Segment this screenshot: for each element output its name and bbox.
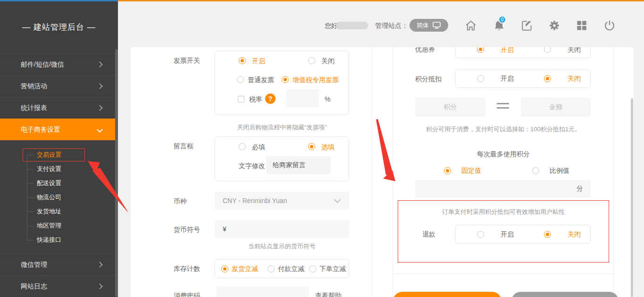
points-input[interactable]: 积分 (415, 98, 485, 117)
invoice-normal-radio[interactable] (237, 76, 244, 83)
deduct-on-radio[interactable] (477, 75, 484, 82)
deduct-on-label[interactable]: 开启 (501, 75, 514, 83)
message-text-input[interactable]: 给商家留言 (266, 156, 331, 174)
deduct-off-radio[interactable] (544, 75, 551, 82)
submenu-item-payment-settings[interactable]: 支付设置 (0, 162, 118, 176)
sidebar-item-wechat-management[interactable]: 微信管理 (0, 254, 118, 275)
tax-help-icon[interactable]: ? (265, 93, 276, 104)
submenu-item-transaction-settings[interactable]: 交易设置 (0, 148, 118, 162)
save-button[interactable] (393, 292, 502, 297)
stock-ship-radio[interactable] (221, 265, 228, 272)
monitor-icon (433, 22, 441, 29)
refund-off-label[interactable]: 关闭 (568, 230, 581, 239)
stock-pay-radio[interactable] (268, 265, 275, 272)
currency-label: 币种 (174, 197, 187, 206)
fixed-value-label[interactable]: 固定值 (461, 167, 481, 175)
language-site-button[interactable]: 简体 (410, 19, 448, 32)
invoice-vat-radio[interactable] (282, 76, 289, 83)
edit-icon[interactable] (521, 19, 533, 32)
deduct-off-label[interactable]: 关闭 (568, 75, 581, 83)
chevron-right-icon (97, 105, 103, 111)
refund-label: 退款 (422, 230, 435, 239)
fixed-value-radio[interactable] (444, 167, 451, 174)
sidebar-item-marketing[interactable]: 营销活动 (0, 75, 118, 97)
sidebar-item-label: 营销活动 (21, 82, 47, 91)
gear-icon[interactable] (548, 19, 560, 32)
column-divider-left (372, 47, 372, 297)
currency-value: CNY - Renminbi Yuan (223, 197, 287, 204)
stock-pay-label[interactable]: 付款立减 (278, 265, 304, 273)
password-help-link[interactable]: 查看帮助 (315, 292, 342, 297)
ratio-value-label[interactable]: 比例值 (550, 167, 569, 175)
sidebar-item-site-log[interactable]: 网站日志 (0, 275, 118, 297)
equals-icon (497, 103, 509, 104)
invoice-on-label[interactable]: 开启 (252, 57, 265, 66)
stock-count-label: 库存计数 (174, 265, 200, 273)
submenu-item-region-management[interactable]: 地区管理 (0, 219, 118, 233)
chevron-right-icon (97, 61, 103, 68)
max-points-title: 每次最多使用积分 (398, 150, 609, 159)
points-deduct-label: 积分抵扣 (415, 75, 442, 84)
sidebar-item-label: 邮件/短信/微信 (21, 60, 64, 69)
amount-input[interactable]: 金额 (521, 98, 591, 117)
tax-rate-checkbox[interactable] (238, 96, 244, 102)
tax-rate-input[interactable] (286, 89, 319, 107)
sidebar-item-mail-sms-wechat[interactable]: 邮件/短信/微信 (0, 53, 118, 75)
password-label: 消费密码 (174, 292, 200, 297)
tax-rate-label[interactable]: 税率 (249, 95, 262, 104)
invoice-off-radio[interactable] (308, 57, 315, 64)
message-optional-label[interactable]: 选填 (321, 143, 335, 152)
submenu-item-delivery-settings[interactable]: 配送设置 (0, 176, 118, 190)
percent-label: % (325, 95, 330, 103)
power-icon[interactable] (603, 19, 616, 32)
chevron-right-icon (97, 83, 103, 89)
equals-icon (497, 107, 509, 109)
cancel-button[interactable] (511, 292, 619, 297)
sidebar-item-label: 电子商务设置 (21, 126, 60, 134)
max-points-input[interactable]: 分 (415, 180, 591, 198)
refund-on-label[interactable]: 开启 (501, 230, 514, 239)
refund-on-radio[interactable] (477, 231, 484, 238)
message-optional-radio[interactable] (308, 143, 315, 150)
username-redacted (336, 22, 368, 29)
invoice-options-box: 开启 关闭 普通发票 增值税专用发票 税率 ? % (215, 51, 349, 115)
stock-order-radio[interactable] (309, 265, 316, 272)
invoice-switch-label: 发票开关 (174, 57, 200, 65)
message-required-label[interactable]: 必填 (252, 143, 265, 152)
notification-badge: 0 (498, 16, 506, 24)
sidebar-item-statistics[interactable]: 统计报表 (0, 97, 118, 119)
password-input[interactable] (217, 286, 309, 297)
apps-grid-icon[interactable] (576, 19, 588, 32)
ratio-value-radio[interactable] (532, 167, 539, 174)
stock-order-label[interactable]: 下单立减 (319, 265, 346, 273)
text-edit-label: 文字修改 (239, 162, 265, 170)
refund-off-radio[interactable] (544, 231, 551, 238)
column-divider-right (613, 47, 614, 297)
sidebar-item-label: 微信管理 (21, 261, 47, 269)
home-icon[interactable] (465, 19, 477, 32)
sidebar-item-ecommerce-settings[interactable]: 电子商务设置 (0, 119, 118, 140)
manage-site-label: 管理站点： (375, 22, 408, 30)
sidebar-item-label: 统计报表 (21, 104, 47, 112)
invoice-off-label[interactable]: 关闭 (321, 57, 335, 66)
page-scrollbar-thumb[interactable] (631, 98, 633, 297)
currency-symbol-input[interactable]: ¥ (215, 220, 349, 238)
currency-symbol-label: 货币符号 (174, 226, 200, 234)
points-hint: 积分可用于消费，支付时可以选择如：100积分抵扣1元。 (398, 125, 609, 134)
chevron-down-icon (97, 127, 103, 133)
invoice-normal-label[interactable]: 普通发票 (248, 76, 274, 85)
section-divider (393, 273, 613, 274)
currency-symbol-hint: 当前站点显示的货币符号 (215, 242, 349, 251)
message-required-radio[interactable] (239, 143, 246, 150)
sidebar-scrollbar-thumb[interactable] (115, 49, 118, 297)
currency-select[interactable]: CNY - Renminbi Yuan (215, 192, 349, 210)
submenu-item-logistics-company[interactable]: 物流公司 (0, 190, 118, 204)
invoice-on-radio[interactable] (239, 57, 246, 64)
app-title: — 建站管理后台 — (0, 22, 118, 33)
chevron-right-icon (97, 283, 103, 289)
submenu-item-express-interface[interactable]: 快递接口 (0, 233, 118, 247)
stock-ship-label[interactable]: 发货立减 (232, 265, 258, 273)
invoice-vat-label[interactable]: 增值税专用发票 (293, 76, 339, 85)
submenu-item-shipping-address[interactable]: 发货地址 (0, 204, 118, 219)
message-box-label: 留言框 (174, 142, 193, 151)
